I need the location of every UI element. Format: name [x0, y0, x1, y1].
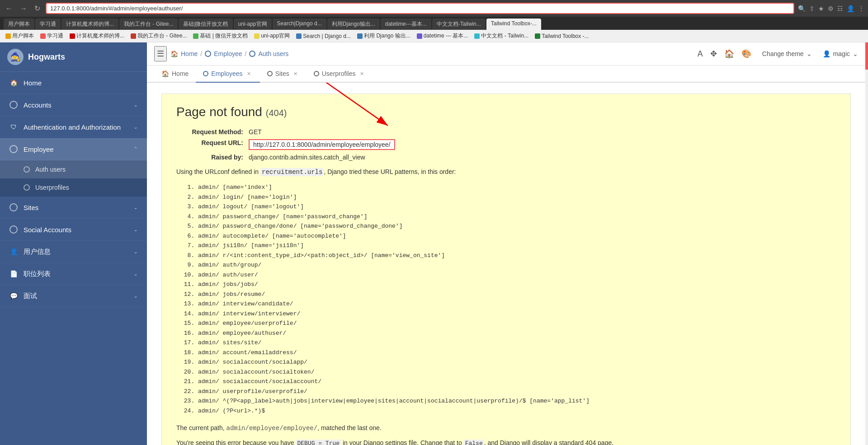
bookmark-9[interactable]: datetime --- 基本...: [415, 31, 470, 41]
browser-tab-5[interactable]: 基础|微信开放文档: [179, 19, 232, 30]
browser-tabs: 用户脚本 学习通 计算机魔术师的博... 我的工作台 - Gitee... 基础…: [0, 17, 868, 30]
tab-userprofiles-close-button[interactable]: ✕: [358, 70, 365, 77]
userprofiles-circle-icon: [24, 184, 30, 191]
browser-tab-7[interactable]: Search|Django d...: [273, 19, 326, 30]
browser-tab-1[interactable]: 用户脚本: [4, 19, 34, 30]
change-theme-label: Change theme: [762, 50, 804, 57]
tab-sites-close-button[interactable]: ✕: [292, 70, 299, 77]
hamburger-button[interactable]: ☰: [154, 46, 167, 61]
tab-sites[interactable]: Sites ✕: [260, 66, 307, 83]
url-patterns-list: admin/ [name='index'] admin/ login/ [nam…: [198, 183, 836, 415]
bookmark-icon[interactable]: ★: [818, 5, 824, 12]
app-title: Hogwarts: [28, 52, 65, 62]
page-tabs: 🏠 Home Employees ✕ Sites ✕ Userprofiles …: [147, 66, 865, 83]
change-theme-button[interactable]: Change theme ⌄: [759, 48, 816, 59]
address-bar[interactable]: [46, 3, 794, 14]
sidebar-item-accounts[interactable]: Accounts ⌄: [0, 94, 147, 116]
accounts-circle-icon: [9, 101, 18, 109]
user-button[interactable]: 👤 magic ⌄: [823, 50, 858, 57]
sidebar-sub-item-authusers[interactable]: Auth users: [0, 160, 147, 178]
home-icon-topbar[interactable]: 🏠: [724, 49, 734, 59]
request-url-label: Request URL:: [176, 139, 249, 146]
error-row-method: Request Method: GET: [176, 128, 836, 136]
browser-tab-8[interactable]: 利用Django输出...: [327, 19, 380, 30]
bookmark-7[interactable]: Search | Django d...: [294, 31, 353, 41]
tab-sites-circle-icon: [267, 71, 273, 76]
list-item: admin/ login/ [name='login']: [198, 193, 836, 202]
sidebar-sub-item-userprofiles[interactable]: Userprofiles: [0, 178, 147, 197]
tab-employees-close-button[interactable]: ✕: [245, 70, 253, 77]
back-button[interactable]: ←: [4, 4, 14, 14]
font-size-icon[interactable]: A: [698, 49, 703, 59]
sidebar-item-userinfo[interactable]: 👤 用户信息 ⌄: [0, 241, 147, 263]
tab-home-icon: 🏠: [161, 70, 169, 77]
breadcrumb-circle2-icon: [249, 51, 255, 57]
bookmark-11[interactable]: Tailwind Toolbox -...: [533, 31, 591, 41]
scroll-thumb[interactable]: [865, 42, 868, 70]
breadcrumb-authusers[interactable]: Auth users: [258, 50, 288, 57]
sidebar-item-home[interactable]: 🏠 Home: [0, 72, 147, 94]
bookmark-6[interactable]: uni-app官网: [252, 31, 292, 41]
bookmark-10[interactable]: 中文文档 - Tailwin...: [472, 31, 530, 41]
bookmark-2[interactable]: 学习通: [38, 31, 65, 41]
list-item: admin/ employee/authuser/: [198, 329, 836, 338]
sidebar-item-sites[interactable]: Sites ⌄: [0, 197, 147, 219]
bookmark-3[interactable]: 计算机魔术师的博...: [68, 31, 126, 41]
tab-userprofiles[interactable]: Userprofiles ✕: [307, 66, 373, 83]
bookmark-1[interactable]: 用户脚本: [4, 31, 36, 41]
breadcrumb-employee[interactable]: Employee: [214, 50, 242, 57]
error-status-code: (404): [266, 108, 287, 118]
employee-circle-icon: [9, 145, 18, 153]
search-icon[interactable]: 🔍: [798, 5, 806, 12]
profile-icon[interactable]: 👤: [847, 5, 854, 12]
sidebar-sub-item-userprofiles-label: Userprofiles: [35, 184, 69, 191]
palette-icon[interactable]: 🎨: [741, 49, 751, 59]
request-url-value: http://127.0.0.1:8000/admin/employee/emp…: [249, 139, 395, 150]
list-item: admin/ auth/group/: [198, 261, 836, 270]
extensions-icon[interactable]: ⚙: [828, 5, 834, 12]
browser-tab-9[interactable]: datetime---基本...: [381, 19, 431, 30]
user-label: magic: [833, 50, 850, 57]
tab-home[interactable]: 🏠 Home: [154, 66, 196, 83]
request-method-label: Request Method:: [176, 128, 249, 136]
share-icon[interactable]: ⇧: [809, 5, 815, 12]
list-item: admin/ (?P<url>.*)$: [198, 407, 836, 416]
bookmark-4[interactable]: 我的工作台 - Gitee...: [129, 31, 189, 41]
browser-tab-6[interactable]: uni-app官网: [234, 19, 272, 30]
refresh-button[interactable]: ↻: [33, 3, 42, 14]
browser-tab-11[interactable]: Tailwind Toolbox-...: [486, 19, 541, 30]
tab-grid-icon[interactable]: ☷: [837, 5, 843, 12]
sidebar-item-social[interactable]: Social Accounts ⌄: [0, 219, 147, 241]
list-item: admin/ account/emailaddress/: [198, 348, 836, 357]
browser-tab-4[interactable]: 我的工作台 - Gitee...: [119, 19, 178, 30]
sidebar-sub-item-authusers-label: Auth users: [35, 166, 66, 173]
authusers-circle-icon: [24, 166, 30, 173]
breadcrumb: 🏠 Home / Employee / Auth users: [170, 50, 288, 57]
sidebar-item-employee-label: Employee: [24, 145, 54, 153]
breadcrumb-circle-icon: [205, 51, 211, 57]
sidebar-item-jobs[interactable]: 📄 职位列表 ⌄: [0, 263, 147, 285]
bookmark-5[interactable]: 基础 | 微信开放文档: [191, 31, 250, 41]
sidebar-header: 🧙 Hogwarts: [0, 42, 147, 72]
sidebar-item-interview[interactable]: 💬 面试 ⌄: [0, 285, 147, 307]
sidebar-item-auth[interactable]: 🛡 Authentication and Authorization ⌄: [0, 116, 147, 138]
fullscreen-icon[interactable]: ✥: [710, 49, 717, 59]
menu-icon[interactable]: ⋮: [858, 5, 864, 12]
tab-employees-label: Employees: [211, 70, 242, 77]
breadcrumb-home[interactable]: Home: [181, 50, 198, 57]
breadcrumb-home-icon[interactable]: 🏠: [170, 50, 178, 57]
bookmark-8[interactable]: 利用 Django 输出...: [355, 31, 412, 41]
list-item: admin/ password_change/ [name='password_…: [198, 212, 836, 221]
error-row-raised: Raised by: django.contrib.admin.sites.ca…: [176, 154, 836, 161]
sidebar-nav: 🏠 Home Accounts ⌄ 🛡: [0, 72, 147, 445]
tab-home-label: Home: [172, 70, 189, 77]
browser-tab-2[interactable]: 学习通: [35, 19, 61, 30]
avatar: 🧙: [7, 49, 24, 65]
browser-tab-3[interactable]: 计算机魔术师的博...: [61, 19, 118, 30]
sidebar-item-employee[interactable]: Employee ⌃: [0, 138, 147, 160]
list-item: admin/ password_change/done/ [name='pass…: [198, 222, 836, 231]
browser-tab-10[interactable]: 中文文档-Tailwin...: [432, 19, 486, 30]
forward-button[interactable]: →: [18, 4, 29, 14]
list-item: admin/ jsi18n/ [name='jsi18n']: [198, 241, 836, 250]
tab-employees[interactable]: Employees ✕: [196, 66, 259, 83]
